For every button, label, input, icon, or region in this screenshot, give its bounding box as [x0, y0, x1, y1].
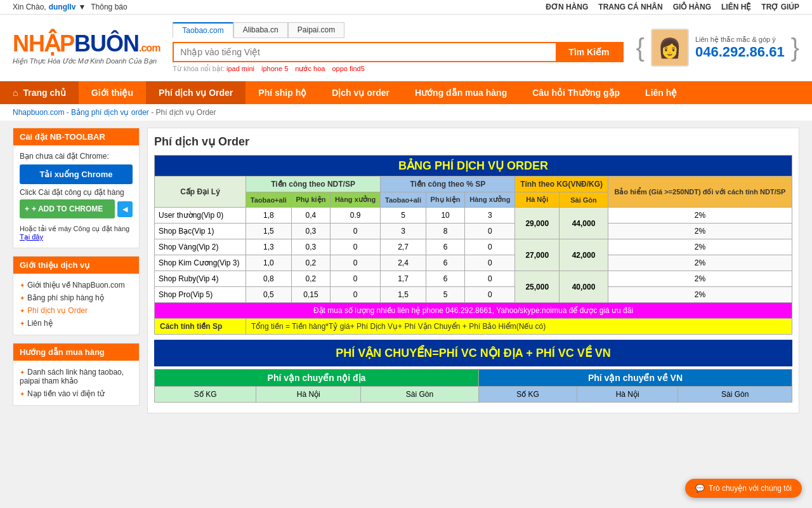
- sh-col5: Hà Nội: [577, 387, 678, 403]
- keyword-nuoc-hoa[interactable]: nước hoa: [295, 65, 325, 72]
- sh-col3: Sài Gòn: [361, 387, 479, 403]
- cell-hx-pct: 0: [465, 224, 515, 239]
- sidebar-guide-box: Hướng dẫn mua hàng Danh sách link hàng t…: [13, 343, 140, 406]
- shipping-header: PHÍ VẬN CHUYỂN=PHÍ VC NỘI ĐỊA + PHÍ VC V…: [154, 340, 792, 366]
- top-bar-right: ĐƠN HÀNG TRANG CÁ NHÂN GIỎ HÀNG LIÊN HỆ …: [546, 3, 799, 11]
- search-input[interactable]: [174, 43, 556, 61]
- nav-lien-he[interactable]: LIÊN HỆ: [721, 3, 751, 11]
- shipping-row: Số KG Hà Nội Sài Gòn Số KG Hà Nội Sài Gò…: [155, 387, 792, 403]
- cell-hx-pct: 0: [465, 287, 515, 303]
- nav-trang-chu[interactable]: Trang chủ: [0, 81, 79, 104]
- notification-link[interactable]: Thông báo: [91, 3, 127, 11]
- nav-phi-ship-ho[interactable]: Phí ship hộ: [246, 81, 319, 104]
- cell-hx: 0: [331, 224, 381, 239]
- cell-pk: 0,4: [291, 208, 331, 224]
- sidebar-item-danh-sach-link[interactable]: Danh sách link hàng taobao, paipai tham …: [20, 366, 133, 387]
- nav-huong-dan-mua-hang[interactable]: Hướng dẫn mua hàng: [402, 81, 520, 104]
- search-button[interactable]: Tìm Kiếm: [556, 43, 622, 61]
- add-chrome-label: + ADD TO CHROME: [32, 204, 103, 213]
- cell-tbali: 0,5: [246, 287, 291, 303]
- brace-right: }: [791, 34, 799, 62]
- add-chrome-button[interactable]: + + ADD TO CHROME: [20, 199, 115, 218]
- cell-sg-2: 42,000: [560, 239, 608, 271]
- shipping-vn-header: Phí vận chuyển về VN: [478, 370, 792, 387]
- username-link[interactable]: dungllv: [49, 3, 76, 11]
- cell-pk-pct: 6: [426, 239, 465, 255]
- cell-pk-pct: 6: [426, 255, 465, 271]
- tab-paipai[interactable]: Paipai.com: [288, 22, 344, 38]
- cell-tbali-pct: 1,7: [381, 271, 426, 287]
- cell-sg-1: 44,000: [560, 208, 608, 239]
- nav-trang-ca-nhan[interactable]: TRANG CÁ NHÂN: [598, 3, 662, 11]
- nav-lien-he-main[interactable]: Liên hệ: [632, 81, 690, 104]
- row-name: Shop Kim Cương(Vip 3): [155, 255, 246, 271]
- cell-bh: 2%: [608, 255, 792, 271]
- keyword-ipad-mini[interactable]: ipad mini: [226, 65, 254, 72]
- plus-icon: +: [25, 204, 29, 213]
- nav-gioi-thieu[interactable]: Giới thiệu: [79, 81, 146, 104]
- main-layout: Cài đặt NB-TOOLBAR Bạn chưa cài đặt Chro…: [0, 121, 812, 420]
- sh-col4: Số KG: [478, 387, 577, 403]
- keywords: Từ khóa nổi bật: ipad mini iphone 5 nước…: [173, 65, 623, 73]
- sidebar-guide-links: Danh sách link hàng taobao, paipai tham …: [13, 361, 139, 405]
- header: NHẬPBUÔN.com Hiện Thực Hóa Ước Mơ Kinh D…: [0, 15, 812, 81]
- cell-tbali-pct: 1,5: [381, 287, 426, 303]
- cell-tbali: 1,0: [246, 255, 291, 271]
- cell-pk: 0,3: [291, 239, 331, 255]
- sub-hang-xuong-2: Hàng xưởng: [465, 192, 515, 208]
- logo: NHẬPBUÔN.com: [13, 30, 160, 57]
- sidebar-item-phi-dv-order[interactable]: Phí dịch vụ Order: [20, 304, 133, 317]
- col-bao-hiem: Bảo hiểm (Giá >=250NDT) đối với cách tín…: [608, 177, 792, 208]
- main-nav: Trang chủ Giới thiệu Phí dịch vụ Order P…: [0, 81, 812, 104]
- nav-dich-vu-order[interactable]: Dịch vụ order: [319, 81, 402, 104]
- tab-taobao[interactable]: Taobao.com: [173, 22, 233, 38]
- cell-tbali-pct: 2,4: [381, 255, 426, 271]
- tai-day-link[interactable]: Tại đây: [20, 233, 43, 241]
- download-chrome-button[interactable]: Tải xuống Chrome: [20, 164, 133, 184]
- cell-tbali-pct: 5: [381, 208, 426, 224]
- sub-taobao-ali-2: Taobao+ali: [381, 192, 426, 208]
- sidebar-item-lien-he[interactable]: Liên hệ: [20, 317, 133, 330]
- nav-tro-giup[interactable]: TRỢ GIÚP: [761, 3, 799, 11]
- row-name: User thường(Vip 0): [155, 208, 246, 224]
- nav-phi-dich-vu-order[interactable]: Phí dịch vụ Order: [146, 81, 246, 104]
- breadcrumb-sep1: -: [67, 108, 71, 117]
- page-title: Phí dịch vụ Order: [154, 135, 792, 149]
- cell-tbali: 1,5: [246, 224, 291, 239]
- keyword-iphone5[interactable]: iphone 5: [261, 65, 288, 72]
- main-content: Phí dịch vụ Order BẢNG PHÍ DỊCH VỤ ORDER…: [147, 128, 799, 413]
- keyword-oppo[interactable]: oppo find5: [332, 65, 364, 72]
- nav-don-hang[interactable]: ĐƠN HÀNG: [546, 3, 588, 11]
- fee-table-container: BẢNG PHÍ DỊCH VỤ ORDER Cấp Đại Lý Tiền c…: [154, 155, 792, 335]
- logo-part1: NHẬP: [13, 30, 74, 57]
- cell-pk-pct: 8: [426, 224, 465, 239]
- cell-hx: 0: [331, 239, 381, 255]
- cell-tbali: 1,3: [246, 239, 291, 255]
- breadcrumb-bang-phi[interactable]: Bảng phí dịch vụ order: [71, 108, 149, 117]
- cell-hx-pct: 3: [465, 208, 515, 224]
- sub-taobao-ali-1: Taobao+ali: [246, 192, 291, 208]
- sub-phu-kien-2: Phụ kiện: [426, 192, 465, 208]
- cell-pk-pct: 5: [426, 287, 465, 303]
- share-button[interactable]: ◀: [117, 201, 133, 217]
- table-row: Shop Ruby(Vip 4) 0,8 0,2 0 1,7 6 0 25,00…: [155, 271, 792, 287]
- shipping-table: Phí vận chuyển nội địa Phí vận chuyển về…: [154, 369, 792, 403]
- table-row: Shop Bạc(Vip 1) 1,5 0,3 0 3 8 0 2%: [155, 224, 792, 239]
- top-bar: Xin Chào, dungllv ▼ Thông báo ĐƠN HÀNG T…: [0, 0, 812, 15]
- sidebar-item-gioi-thieu[interactable]: Giới thiệu về NhapBuon.com: [20, 279, 133, 291]
- cell-bh: 2%: [608, 287, 792, 303]
- nav-gio-hang[interactable]: GIỎ HÀNG: [673, 3, 711, 11]
- sidebar-item-nap-tien[interactable]: Nạp tiền vào ví điện tử: [20, 387, 133, 400]
- dropdown-icon[interactable]: ▼: [78, 3, 86, 11]
- cell-hx-pct: 0: [465, 239, 515, 255]
- sh-col2: Hà Nội: [256, 387, 361, 403]
- cell-bh: 2%: [608, 239, 792, 255]
- sidebar-item-bang-phi-ship[interactable]: Bảng phí ship hàng hộ: [20, 291, 133, 304]
- breadcrumb-home[interactable]: Nhapbuon.com: [13, 108, 64, 117]
- cell-hn-3: 25,000: [515, 271, 560, 303]
- nav-cau-hoi[interactable]: Câu hỏi Thường gặp: [520, 81, 632, 104]
- cell-tbali-pct: 3: [381, 224, 426, 239]
- cell-bh: 2%: [608, 208, 792, 224]
- logo-dot: .com: [139, 43, 160, 53]
- tab-alibaba[interactable]: Alibaba.cn: [233, 22, 288, 38]
